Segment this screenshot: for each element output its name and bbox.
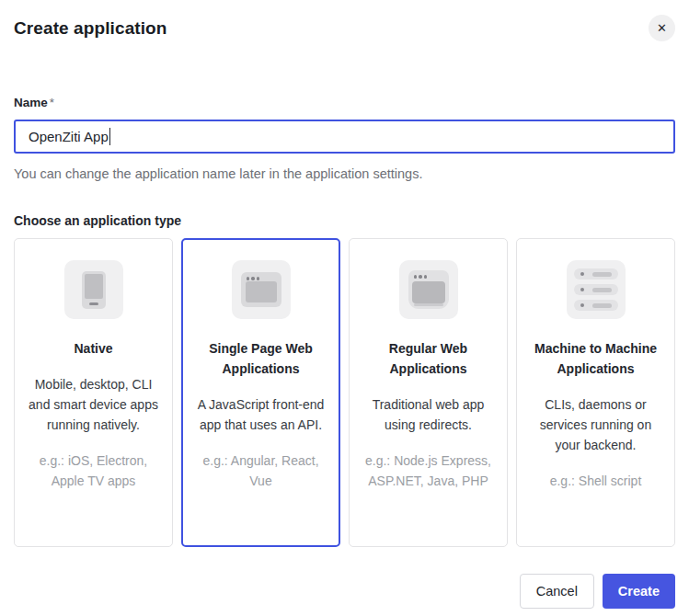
required-asterisk: * bbox=[50, 96, 54, 109]
card-native[interactable]: Native Mobile, desktop, CLI and smart de… bbox=[14, 238, 173, 547]
card-description: A JavaScript front-end app that uses an … bbox=[194, 394, 327, 435]
mobile-phone-icon bbox=[64, 260, 123, 319]
card-example: e.g.: Node.js Express, ASP.NET, Java, PH… bbox=[362, 451, 495, 491]
card-title: Single Page Web Applications bbox=[194, 338, 327, 379]
card-regular-web[interactable]: Regular Web Applications Traditional web… bbox=[349, 238, 508, 547]
card-example: e.g.: iOS, Electron, Apple TV apps bbox=[27, 451, 160, 491]
name-field-label: Name* bbox=[14, 96, 675, 109]
name-helper-text: You can change the application name late… bbox=[14, 166, 675, 181]
browser-window-icon bbox=[232, 260, 291, 319]
card-example: e.g.: Shell script bbox=[529, 471, 662, 491]
card-description: CLIs, daemons or services running on you… bbox=[529, 394, 662, 455]
create-button[interactable]: Create bbox=[603, 574, 675, 609]
close-icon: ✕ bbox=[657, 21, 667, 35]
card-example: e.g.: Angular, React, Vue bbox=[194, 451, 327, 491]
application-name-value: OpenZiti App bbox=[29, 129, 109, 144]
name-label-text: Name bbox=[14, 96, 48, 109]
close-button[interactable]: ✕ bbox=[649, 15, 675, 41]
web-server-window-icon bbox=[399, 260, 458, 319]
card-description: Mobile, desktop, CLI and smart device ap… bbox=[27, 374, 160, 435]
application-name-input[interactable]: OpenZiti App bbox=[14, 120, 675, 154]
card-machine-to-machine[interactable]: Machine to Machine Applications CLIs, da… bbox=[516, 238, 675, 547]
create-application-dialog: Create application ✕ Name* OpenZiti App … bbox=[0, 0, 689, 609]
dialog-footer: Cancel Create bbox=[14, 574, 675, 609]
card-description: Traditional web app using redirects. bbox=[362, 394, 495, 435]
application-type-cards: Native Mobile, desktop, CLI and smart de… bbox=[14, 238, 675, 547]
card-title: Regular Web Applications bbox=[362, 338, 495, 379]
card-title: Native bbox=[27, 338, 160, 359]
card-single-page-web[interactable]: Single Page Web Applications A JavaScrip… bbox=[181, 238, 340, 547]
text-caret bbox=[109, 128, 111, 145]
dialog-header: Create application ✕ bbox=[14, 0, 675, 41]
dialog-title: Create application bbox=[14, 18, 167, 39]
cancel-button[interactable]: Cancel bbox=[520, 574, 594, 609]
application-type-label: Choose an application type bbox=[14, 213, 675, 228]
card-title: Machine to Machine Applications bbox=[529, 338, 662, 379]
server-stack-icon bbox=[567, 260, 626, 319]
